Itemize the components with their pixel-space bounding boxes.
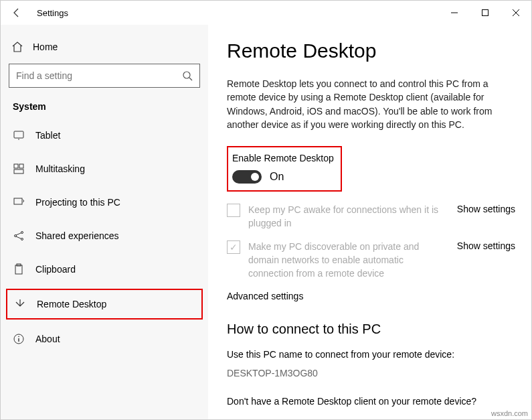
sidebar-item-about[interactable]: About — [6, 325, 203, 353]
checkbox-discoverable[interactable] — [227, 240, 240, 254]
svg-rect-4 — [14, 131, 23, 138]
sidebar: Home System Tablet Multitasking — [1, 25, 208, 419]
enable-remote-desktop-section: Enable Remote Desktop On — [227, 146, 342, 192]
sidebar-item-projecting[interactable]: Projecting to this PC — [6, 188, 203, 216]
section-header: System — [6, 101, 203, 121]
sidebar-item-clipboard[interactable]: Clipboard — [6, 255, 203, 283]
main-panel: Remote Desktop Remote Desktop lets you c… — [208, 25, 531, 419]
pc-name: DESKTOP-1M3OG80 — [227, 368, 515, 378]
svg-rect-13 — [15, 265, 22, 274]
window-title: Settings — [37, 8, 439, 18]
clipboard-icon — [13, 263, 25, 275]
svg-point-2 — [183, 72, 190, 78]
search-input[interactable] — [16, 70, 182, 81]
option-keep-awake: Keep my PC awake for connections when it… — [227, 204, 515, 230]
no-client-text: Don't have a Remote Desktop client on yo… — [227, 396, 515, 407]
connect-heading: How to connect to this PC — [227, 322, 515, 337]
nav-label: Clipboard — [35, 264, 76, 275]
search-box[interactable] — [9, 64, 200, 88]
show-settings-link[interactable]: Show settings — [457, 204, 515, 214]
svg-rect-6 — [14, 164, 18, 168]
connect-sub: Use this PC name to connect from your re… — [227, 349, 515, 360]
option-discoverable: Make my PC discoverable on private and d… — [227, 240, 515, 280]
content: Home System Tablet Multitasking — [1, 25, 531, 419]
sidebar-item-remote-desktop[interactable]: Remote Desktop — [6, 289, 203, 320]
toggle-state: On — [270, 171, 284, 183]
multitasking-icon — [13, 163, 25, 175]
minimize-button[interactable] — [439, 1, 470, 25]
about-icon — [13, 333, 25, 345]
nav-label: About — [35, 334, 60, 344]
tablet-icon — [13, 129, 25, 141]
option-text: Make my PC discoverable on private and d… — [248, 240, 449, 280]
nav-label: Projecting to this PC — [35, 197, 120, 208]
nav-list: Tablet Multitasking Projecting to this P… — [6, 121, 203, 353]
nav-label: Tablet — [35, 130, 60, 141]
option-text: Keep my PC awake for connections when it… — [248, 204, 449, 230]
close-button[interactable] — [501, 1, 531, 25]
svg-rect-7 — [19, 164, 23, 168]
projecting-icon — [13, 196, 25, 208]
titlebar: Settings — [1, 1, 531, 25]
back-button[interactable] — [1, 1, 33, 25]
show-settings-link[interactable]: Show settings — [457, 240, 515, 251]
svg-rect-9 — [14, 198, 22, 204]
toggle-row: On — [232, 170, 334, 184]
nav-label: Shared experiences — [35, 230, 119, 241]
sidebar-item-tablet[interactable]: Tablet — [6, 121, 203, 149]
search-icon — [182, 70, 193, 81]
watermark: wsxdn.com — [491, 409, 528, 417]
toggle-knob — [251, 173, 259, 181]
remote-desktop-toggle[interactable] — [232, 170, 262, 184]
home-link[interactable]: Home — [6, 36, 203, 64]
remote-desktop-icon — [14, 298, 26, 310]
maximize-button[interactable] — [470, 1, 501, 25]
svg-rect-1 — [482, 10, 489, 16]
advanced-settings-link[interactable]: Advanced settings — [227, 291, 515, 301]
intro-text: Remote Desktop lets you connect to and c… — [227, 77, 515, 131]
shared-icon — [13, 230, 25, 242]
sidebar-item-shared[interactable]: Shared experiences — [6, 222, 203, 250]
window-controls — [439, 1, 531, 25]
settings-window: Settings Home — [0, 0, 532, 420]
home-icon — [11, 41, 23, 53]
nav-label: Remote Desktop — [37, 299, 106, 309]
sidebar-item-multitasking[interactable]: Multitasking — [6, 155, 203, 183]
home-label: Home — [33, 42, 58, 52]
nav-label: Multitasking — [35, 163, 85, 174]
checkbox-keep-awake[interactable] — [227, 204, 240, 217]
enable-label: Enable Remote Desktop — [232, 153, 334, 163]
svg-rect-8 — [14, 169, 23, 173]
svg-line-3 — [189, 78, 192, 80]
svg-point-16 — [18, 336, 19, 338]
page-heading: Remote Desktop — [227, 40, 515, 62]
svg-point-5 — [18, 139, 19, 140]
